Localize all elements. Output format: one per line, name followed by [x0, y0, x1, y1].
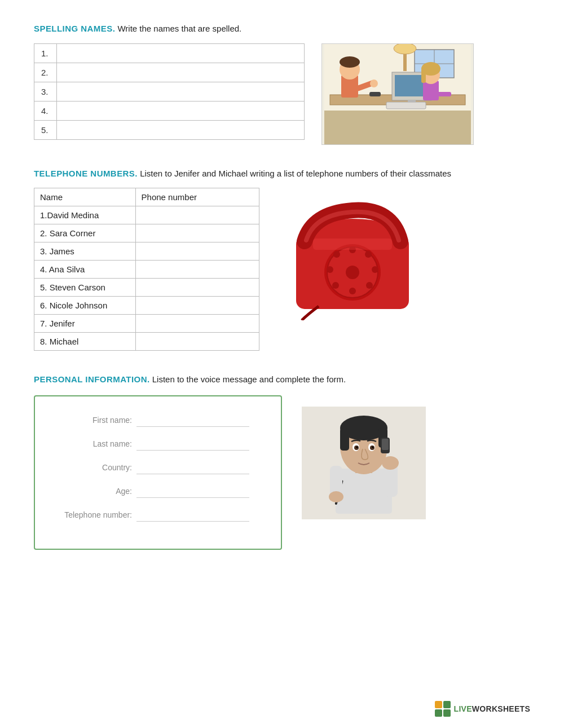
answer-cell[interactable]: [56, 63, 304, 82]
svg-point-48: [356, 446, 358, 448]
country-field: Country:: [46, 461, 264, 474]
svg-rect-24: [324, 111, 471, 144]
table-row: 2.: [34, 63, 305, 82]
student-name: 3. James: [34, 242, 136, 261]
table-row: 1.David Medina: [34, 206, 259, 224]
row-num: 3.: [34, 82, 57, 101]
personal-title: PERSONAL INFORMATION.: [34, 374, 150, 384]
student-name: 5. Steven Carson: [34, 279, 136, 297]
first-name-input[interactable]: [136, 413, 249, 427]
svg-rect-38: [313, 239, 392, 250]
table-row: 6. Nicole Johnson: [34, 297, 259, 315]
svg-point-34: [332, 282, 339, 289]
phone-input-cell[interactable]: [135, 224, 259, 242]
answer-cell[interactable]: [56, 120, 304, 139]
svg-point-33: [349, 288, 356, 294]
student-name: 4. Ana Silva: [34, 261, 136, 279]
spelling-header: SPELLING NAMES. Write the names that are…: [34, 23, 530, 36]
spelling-title: SPELLING NAMES.: [34, 24, 115, 33]
spelling-instructions: Write the names that are spelled.: [117, 24, 241, 33]
svg-rect-22: [434, 92, 451, 96]
spelling-table: 1. 2. 3. 4. 5.: [34, 43, 305, 140]
phone-input-cell[interactable]: [135, 279, 259, 297]
phone-header: Phone number: [135, 188, 259, 206]
spelling-section: SPELLING NAMES. Write the names that are…: [34, 23, 530, 145]
phone-input-cell[interactable]: [135, 315, 259, 333]
svg-point-51: [372, 446, 374, 448]
svg-point-12: [370, 80, 378, 87]
answer-cell[interactable]: [56, 82, 304, 101]
liveworksheets-text: LIVEWORKSHEETS: [454, 704, 530, 713]
answer-cell[interactable]: [56, 101, 304, 120]
age-field: Age:: [46, 484, 264, 498]
svg-rect-44: [340, 428, 349, 451]
svg-point-58: [329, 491, 343, 502]
first-name-field: First name:: [46, 413, 264, 427]
table-row: 7. Jenifer: [34, 315, 259, 333]
phone-input-cell[interactable]: [135, 333, 259, 351]
svg-point-53: [382, 456, 399, 470]
student-name: 2. Sara Corner: [34, 224, 136, 242]
personal-header: PERSONAL INFORMATION. Listen to the voic…: [34, 373, 530, 386]
svg-point-37: [346, 266, 359, 279]
table-row: 4.: [34, 101, 305, 120]
last-name-label: Last name:: [46, 439, 136, 448]
student-name: 7. Jenifer: [34, 315, 136, 333]
row-num: 1.: [34, 43, 57, 63]
student-name: 8. Michael: [34, 333, 136, 351]
phone-input-cell[interactable]: [135, 297, 259, 315]
svg-point-31: [372, 266, 378, 273]
table-header-row: Name Phone number: [34, 188, 259, 206]
name-header: Name: [34, 188, 136, 206]
logo-block-3: [435, 709, 442, 717]
telephone-header: TELEPHONE NUMBERS. Listen to Jenifer and…: [34, 167, 530, 180]
last-name-field: Last name:: [46, 437, 264, 451]
first-name-label: First name:: [46, 416, 136, 425]
logo-block-2: [443, 701, 451, 708]
telephone-label: Telephone number:: [46, 510, 136, 519]
telephone-field: Telephone number:: [46, 508, 264, 522]
table-row: 5.: [34, 120, 305, 139]
personal-instructions: Listen to the voice message and complete…: [152, 374, 346, 384]
telephone-section: TELEPHONE NUMBERS. Listen to Jenifer and…: [34, 167, 530, 351]
country-input[interactable]: [136, 461, 249, 474]
svg-point-6: [394, 44, 416, 54]
phone-input-cell[interactable]: [135, 261, 259, 279]
age-input[interactable]: [136, 484, 249, 498]
table-row: 5. Steven Carson: [34, 279, 259, 297]
table-row: 4. Ana Silva: [34, 261, 259, 279]
telephone-input[interactable]: [136, 508, 249, 522]
phone-input-cell[interactable]: [135, 242, 259, 261]
age-label: Age:: [46, 487, 136, 496]
personal-form-card: First name: Last name: Country: Age: Tel…: [34, 395, 282, 550]
row-num: 2.: [34, 63, 57, 82]
row-num: 4.: [34, 101, 57, 120]
liveworksheets-logo: LIVEWORKSHEETS: [435, 701, 530, 717]
svg-rect-55: [382, 439, 389, 450]
office-illustration: [321, 43, 474, 145]
personal-row: First name: Last name: Country: Age: Tel…: [34, 395, 530, 550]
answer-cell[interactable]: [56, 43, 304, 63]
phone-input-cell[interactable]: [135, 206, 259, 224]
telephone-instructions: Listen to Jenifer and Michael writing a …: [140, 169, 451, 178]
row-num: 5.: [34, 120, 57, 139]
phone-table: Name Phone number 1.David Medina 2. Sara…: [34, 188, 259, 351]
spelling-row: 1. 2. 3. 4. 5.: [34, 43, 530, 145]
svg-rect-23: [386, 102, 426, 109]
logo-block-1: [435, 701, 442, 708]
last-name-input[interactable]: [136, 437, 249, 451]
table-row: 8. Michael: [34, 333, 259, 351]
personal-section: PERSONAL INFORMATION. Listen to the voic…: [34, 373, 530, 550]
telephone-illustration: [276, 193, 429, 323]
lw-highlight: LIVE: [454, 704, 472, 713]
svg-point-10: [340, 56, 360, 68]
table-row: 3.: [34, 82, 305, 101]
student-name: 6. Nicole Johnson: [34, 297, 136, 315]
footer: LIVEWORKSHEETS: [435, 701, 530, 717]
svg-point-30: [365, 251, 372, 258]
person-illustration: [299, 407, 429, 519]
table-row: 1.: [34, 43, 305, 63]
svg-point-36: [333, 251, 340, 258]
table-row: 2. Sara Corner: [34, 224, 259, 242]
svg-rect-13: [369, 92, 381, 96]
